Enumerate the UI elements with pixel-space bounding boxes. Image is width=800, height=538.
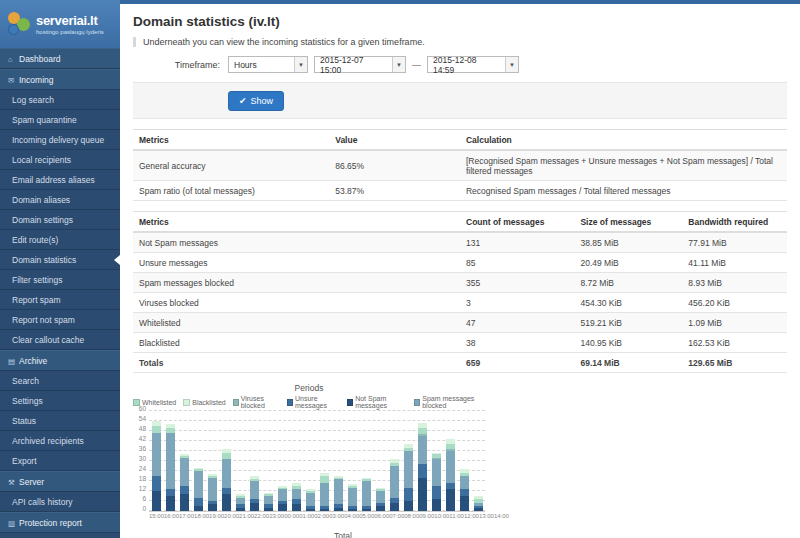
bar-segment — [376, 506, 385, 511]
bar-segment — [320, 509, 329, 511]
y-axis-label: 6 — [133, 495, 146, 502]
bar-segment — [264, 496, 273, 504]
folder-icon: ▤ — [8, 357, 19, 366]
x-axis-label: 06:00 — [374, 513, 389, 519]
logo[interactable]: serveriai.lt hostingo paslaugų lyderis — [0, 0, 120, 48]
sidebar-item-filter-settings[interactable]: Filter settings — [0, 270, 120, 290]
sidebar-item-label: Domain settings — [12, 215, 73, 225]
sidebar-item-incoming[interactable]: ✉Incoming — [0, 69, 120, 90]
table-cell: Not Spam messages — [133, 232, 460, 253]
y-axis-label: 18 — [133, 475, 146, 482]
sidebar-item-archived-recipients[interactable]: Archived recipients — [0, 431, 120, 451]
show-button[interactable]: ✔ Show — [228, 91, 284, 111]
sidebar-item-email-address-aliases[interactable]: Email address aliases — [0, 170, 120, 190]
sidebar-item-api-calls-history[interactable]: API calls history — [0, 492, 120, 512]
x-axis-label: 19:00 — [209, 513, 224, 519]
stacked-bar — [460, 469, 469, 511]
bar-slot — [205, 412, 219, 511]
legend-item: Not Spam messages — [347, 395, 407, 409]
bar-segment — [474, 508, 483, 511]
bar-segment — [320, 476, 329, 483]
sidebar-item-local-recipients[interactable]: Local recipients — [0, 150, 120, 170]
bar-slot — [359, 412, 373, 511]
sidebar-item-label: Export — [12, 456, 37, 466]
sidebar-item-status[interactable]: Status — [0, 411, 120, 431]
timeframe-period-select[interactable]: Hours ▼ — [228, 56, 308, 73]
x-axis-label: 23:00 — [269, 513, 284, 519]
sidebar-item-label: Incoming delivery queue — [12, 135, 104, 145]
timeframe-from-select[interactable]: 2015-12-07 15:00 ▼ — [314, 56, 406, 73]
sidebar-item-clear-callout-cache[interactable]: Clear callout cache — [0, 330, 120, 350]
sidebar-item-domain-settings[interactable]: Domain settings — [0, 210, 120, 230]
sidebar-item-on-demand-domain-report[interactable]: On-demand domain report — [0, 533, 120, 538]
sidebar-item-dashboard[interactable]: ⌂Dashboard — [0, 48, 120, 69]
bar-slot — [387, 412, 401, 511]
gridline — [149, 410, 485, 411]
sidebar-item-settings[interactable]: Settings — [0, 391, 120, 411]
sidebar-item-domain-aliases[interactable]: Domain aliases — [0, 190, 120, 210]
sidebar-item-label: Edit route(s) — [12, 235, 58, 245]
sidebar-item-server[interactable]: ⚒Server — [0, 471, 120, 492]
x-axis-label: 16:00 — [164, 513, 179, 519]
x-axis-label: 11:00 — [449, 513, 464, 519]
table-cell: 454.30 KiB — [574, 293, 682, 313]
sidebar-item-domain-statistics[interactable]: Domain statistics — [0, 250, 120, 270]
bar-segment — [152, 476, 161, 491]
table-cell: Recognised Spam messages / Total filtere… — [460, 181, 787, 201]
bar-segment — [362, 509, 371, 511]
legend-swatch — [183, 399, 190, 406]
y-axis-label: 42 — [133, 435, 146, 442]
x-axis-label: 09:00 — [419, 513, 434, 519]
stacked-bar — [390, 459, 399, 511]
table-header-row: MetricsValueCalculation — [133, 130, 787, 151]
accuracy-metrics-table: MetricsValueCalculationGeneral accuracy8… — [133, 129, 787, 201]
sidebar-item-report-spam[interactable]: Report spam — [0, 290, 120, 310]
bar-segment — [460, 476, 469, 489]
table-cell: 456.20 KiB — [682, 293, 787, 313]
message-stats-table: MetricsCount of messagesSize of messages… — [133, 211, 787, 373]
bar-segment — [334, 479, 343, 504]
sidebar-item-incoming-delivery-queue[interactable]: Incoming delivery queue — [0, 130, 120, 150]
bar-segment — [208, 478, 217, 501]
x-axis-label: 12:00 — [464, 513, 479, 519]
sidebar-item-archive[interactable]: ▤Archive — [0, 350, 120, 371]
bar-slot — [233, 412, 247, 511]
bar-segment — [180, 486, 189, 494]
sidebar-item-search[interactable]: Search — [0, 371, 120, 391]
sidebar-item-spam-quarantine[interactable]: Spam quarantine — [0, 110, 120, 130]
sidebar-item-log-search[interactable]: Log search — [0, 90, 120, 110]
bar-segment — [446, 489, 455, 511]
stacked-bar — [306, 489, 315, 511]
table-cell: 77.91 MiB — [682, 232, 787, 253]
column-header: Count of messages — [460, 212, 574, 233]
bar-segment — [292, 504, 301, 511]
table-cell: 131 — [460, 232, 574, 253]
legend-item: Spam messages blocked — [414, 395, 485, 409]
bar-slot — [331, 412, 345, 511]
info-note: Underneath you can view the incoming sta… — [133, 37, 787, 47]
stacked-bar — [278, 486, 287, 511]
legend-label: Viruses blocked — [241, 395, 280, 409]
stacked-bar — [474, 496, 483, 511]
bar-segment — [390, 503, 399, 511]
stacked-bar — [208, 474, 217, 511]
report-icon: ▥ — [8, 519, 19, 528]
sidebar-item-label: Incoming — [19, 75, 54, 85]
form-actions: ✔ Show — [133, 82, 787, 119]
bar-segment — [152, 491, 161, 511]
column-header: Bandwidth required — [682, 212, 787, 233]
bar-slot — [317, 412, 331, 511]
sidebar-item-export[interactable]: Export — [0, 451, 120, 471]
sidebar-item-report-not-spam[interactable]: Report not spam — [0, 310, 120, 330]
timeframe-to-select[interactable]: 2015-12-08 14:59 ▼ — [427, 56, 519, 73]
stacked-bar — [404, 444, 413, 511]
column-header: Value — [329, 130, 460, 151]
column-header: Calculation — [460, 130, 787, 151]
sidebar-item-protection-report[interactable]: ▥Protection report — [0, 512, 120, 533]
stacked-bar — [264, 493, 273, 511]
bar-slot — [191, 412, 205, 511]
table-row: Spam messages blocked3558.72 MiB8.93 MiB — [133, 273, 787, 293]
sidebar-item-edit-route-s-[interactable]: Edit route(s) — [0, 230, 120, 250]
legend-label: Unsure messages — [295, 395, 340, 409]
table-cell: Blacklisted — [133, 333, 460, 353]
